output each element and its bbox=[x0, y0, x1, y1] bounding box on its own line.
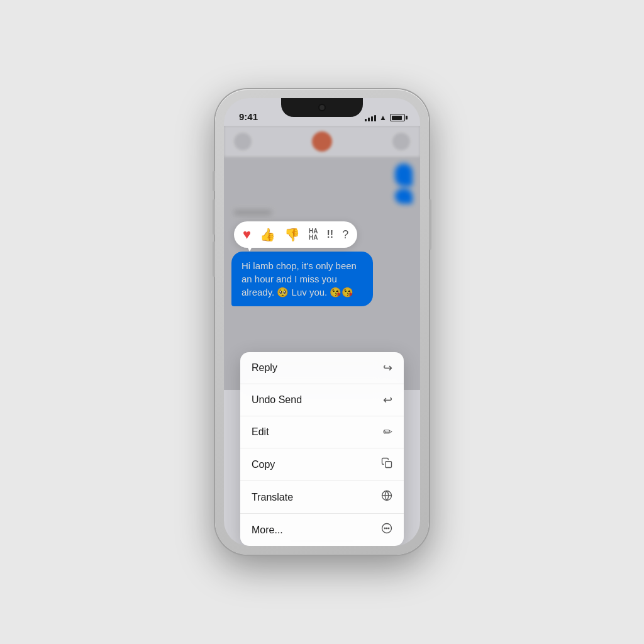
svg-point-4 bbox=[384, 528, 386, 529]
power-button[interactable] bbox=[429, 199, 431, 250]
menu-label-undo-send: Undo Send bbox=[252, 394, 302, 406]
notch bbox=[281, 98, 363, 117]
status-time: 9:41 bbox=[239, 111, 258, 122]
signal-icon bbox=[365, 114, 376, 121]
overlay-dim bbox=[224, 126, 420, 390]
status-icons: ▲ bbox=[365, 113, 405, 122]
reply-icon: ↩ bbox=[383, 361, 392, 375]
menu-item-more[interactable]: More... bbox=[240, 514, 404, 546]
phone-wrapper: 9:41 ▲ bbox=[215, 89, 429, 555]
reaction-bar: ♥ 👍 👎 HAHA !! ? bbox=[234, 221, 357, 248]
svg-point-6 bbox=[388, 528, 389, 529]
undo-send-icon: ↩ bbox=[383, 393, 392, 407]
phone-screen: 9:41 ▲ bbox=[224, 98, 420, 546]
reaction-heart[interactable]: ♥ bbox=[243, 226, 251, 243]
volume-up-button[interactable] bbox=[213, 199, 215, 235]
messages-area: ♥ 👍 👎 HAHA !! ? Hi lamb chop, it's only … bbox=[224, 126, 420, 546]
menu-label-reply: Reply bbox=[252, 362, 277, 374]
more-icon bbox=[381, 523, 392, 537]
menu-label-translate: Translate bbox=[252, 492, 293, 503]
context-menu: Reply ↩ Undo Send ↩ Edit ✏ Copy bbox=[240, 352, 404, 546]
menu-item-reply[interactable]: Reply ↩ bbox=[240, 352, 404, 384]
menu-label-more: More... bbox=[252, 525, 283, 536]
menu-item-undo-send[interactable]: Undo Send ↩ bbox=[240, 384, 404, 416]
volume-down-button[interactable] bbox=[213, 242, 215, 277]
copy-icon bbox=[381, 457, 392, 472]
svg-rect-0 bbox=[386, 462, 392, 468]
notch-camera bbox=[318, 104, 326, 111]
menu-item-translate[interactable]: Translate bbox=[240, 481, 404, 514]
battery-icon bbox=[390, 114, 405, 121]
reaction-haha[interactable]: HAHA bbox=[309, 228, 318, 241]
menu-label-copy: Copy bbox=[252, 459, 275, 470]
reaction-exclamation[interactable]: !! bbox=[327, 229, 334, 240]
menu-item-edit[interactable]: Edit ✏ bbox=[240, 416, 404, 448]
edit-icon: ✏ bbox=[383, 425, 392, 439]
translate-icon bbox=[381, 490, 392, 504]
battery-fill bbox=[392, 116, 402, 120]
mute-button[interactable] bbox=[213, 171, 215, 191]
phone-body: 9:41 ▲ bbox=[215, 89, 429, 555]
svg-point-5 bbox=[386, 528, 387, 529]
menu-label-edit: Edit bbox=[252, 426, 269, 438]
reaction-thumbs-up[interactable]: 👍 bbox=[260, 227, 275, 242]
reaction-question[interactable]: ? bbox=[342, 228, 348, 242]
menu-item-copy[interactable]: Copy bbox=[240, 448, 404, 481]
wifi-icon: ▲ bbox=[379, 113, 387, 122]
reaction-thumbs-down[interactable]: 👎 bbox=[284, 227, 300, 242]
